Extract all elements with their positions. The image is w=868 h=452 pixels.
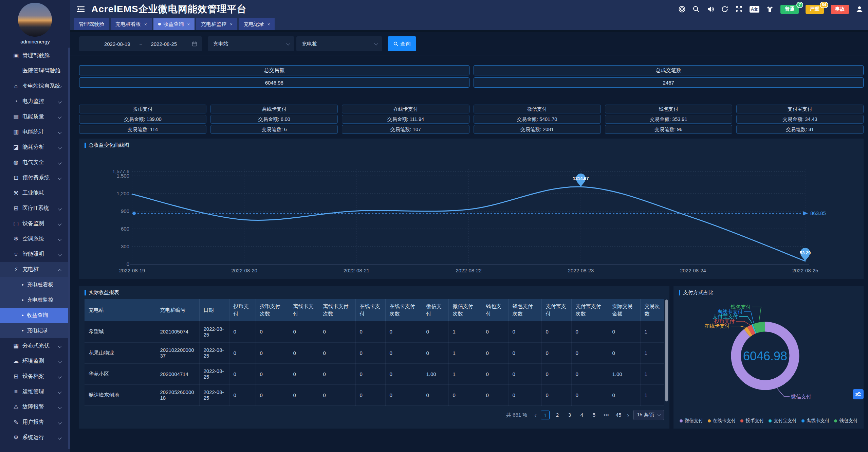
- table-scrollbar[interactable]: [665, 300, 668, 408]
- sidebar-item-label: 系统运行: [22, 434, 44, 441]
- alarm-badge-普通[interactable]: 普通7: [780, 5, 799, 14]
- column-header: 微信支付: [422, 299, 448, 321]
- legend-item-投币支付[interactable]: 投币支付: [740, 418, 764, 424]
- chevron-down-icon: [658, 413, 661, 416]
- revenue-line-chart-panel: 03006009001,2001,5001,577.62022-08-19202…: [79, 139, 864, 279]
- donut-center-value: 6046.98: [743, 349, 787, 363]
- sidebar-item-系统运行[interactable]: ⚙系统运行: [0, 430, 68, 445]
- page-size-select[interactable]: 15 条/页: [633, 410, 664, 420]
- column-header: 支付宝支付次数: [571, 299, 608, 321]
- pile-select[interactable]: 充电桩: [296, 36, 382, 51]
- tab-充电记录[interactable]: 充电记录×: [239, 18, 275, 30]
- avatar[interactable]: [18, 3, 52, 37]
- table-cell: 0: [385, 321, 422, 342]
- sidebar-item-分布式光伏[interactable]: ▦分布式光伏: [0, 338, 68, 354]
- sidebar-item-电能统计[interactable]: ▥电能统计: [0, 124, 68, 140]
- sidebar-subitem-收益查询[interactable]: •收益查询: [0, 308, 68, 323]
- scrollbar-thumb[interactable]: [665, 300, 668, 401]
- chevron-down-icon: [58, 405, 61, 409]
- sidebar-item-充电桩[interactable]: ⚡充电桩: [0, 262, 68, 277]
- sidebar-item-预付费系统[interactable]: ⊡预付费系统: [0, 170, 68, 185]
- pagination-prev[interactable]: ‹: [534, 411, 537, 419]
- tab-充电桩监控[interactable]: 充电桩监控×: [196, 18, 237, 30]
- sidebar-item-运维管理[interactable]: ≡运维管理: [0, 384, 68, 399]
- translate-icon[interactable]: A文: [750, 6, 759, 13]
- sidebar-subitem-充电桩监控[interactable]: •充电桩监控: [0, 292, 68, 308]
- sidebar-item-故障报警[interactable]: ⚠故障报警: [0, 399, 68, 415]
- volume-icon[interactable]: [707, 5, 714, 13]
- fullscreen-icon[interactable]: [735, 5, 743, 13]
- revenue-line-chart[interactable]: 03006009001,2001,5001,577.62022-08-19202…: [79, 139, 864, 279]
- legend-item-钱包支付[interactable]: 钱包支付: [834, 418, 857, 424]
- payment-card-amount: 交易金额: 6.00: [210, 115, 338, 124]
- pagination-page-45[interactable]: 45: [614, 411, 623, 419]
- payment-card-title: 钱包支付: [605, 105, 732, 113]
- sidebar-item-电气安全[interactable]: ◍电气安全: [0, 155, 68, 170]
- tab-充电桩看板[interactable]: 充电桩看板×: [111, 18, 152, 30]
- payment-share-donut-chart[interactable]: 6046.98钱包支付离线卡支付支付宝支付投币支付在线卡支付微信支付: [673, 286, 864, 412]
- pagination-page-3[interactable]: 3: [565, 411, 574, 419]
- sidebar-item-label: 用户报告: [22, 419, 44, 426]
- legend-label: 在线卡支付: [713, 418, 736, 424]
- tab-close-icon[interactable]: ×: [144, 22, 147, 27]
- station-select[interactable]: 充电站: [208, 36, 294, 51]
- sidebar-item-工业能耗[interactable]: ⚒工业能耗: [0, 185, 68, 201]
- hvac-icon: ❄: [12, 235, 20, 242]
- payment-card-count: 交易笔数: 6: [210, 125, 338, 134]
- tab-close-icon[interactable]: ×: [267, 22, 270, 27]
- sidebar-item-管理驾驶舱[interactable]: ▣管理驾驶舱: [0, 48, 68, 63]
- pagination-page-2[interactable]: 2: [553, 411, 562, 419]
- settings-float-button[interactable]: [853, 389, 864, 399]
- search-button[interactable]: 查询: [388, 36, 416, 51]
- sidebar-item-设备档案[interactable]: ⊟设备档案: [0, 369, 68, 384]
- search-icon[interactable]: [692, 5, 700, 13]
- sidebar-item-电力监控[interactable]: ◔电力监控: [0, 94, 68, 109]
- legend-item-离线卡支付[interactable]: 离线卡支付: [801, 418, 830, 424]
- sidebar-item-环境监测[interactable]: ☁环境监测: [0, 354, 68, 369]
- sidebar-item-空调系统[interactable]: ❄空调系统: [0, 231, 68, 247]
- sidebar-item-电能质量[interactable]: ▤电能质量: [0, 109, 68, 124]
- user-icon[interactable]: [856, 5, 863, 13]
- alarm-badge-事故[interactable]: 事故: [831, 5, 849, 14]
- sidebar-item-医疗IT系统[interactable]: ⊞医疗IT系统: [0, 201, 68, 216]
- sidebar-scrollbar[interactable]: [68, 48, 70, 449]
- sidebar-item-用户报告[interactable]: ✎用户报告: [0, 415, 68, 430]
- payment-card-amount: 交易金额: 5401.70: [474, 115, 601, 124]
- svg-text:2022-08-24: 2022-08-24: [680, 268, 706, 273]
- theme-icon[interactable]: [766, 5, 774, 13]
- table-cell: 0: [508, 384, 541, 405]
- payment-card-title: 微信支付: [474, 105, 601, 113]
- sidebar-item-设备监测[interactable]: ▢设备监测: [0, 216, 68, 231]
- refresh-icon[interactable]: [721, 5, 728, 13]
- tab-收益查询[interactable]: 收益查询×: [153, 18, 195, 30]
- tab-管理驾驶舱[interactable]: 管理驾驶舱: [74, 18, 109, 30]
- pie-chart-title: 支付方式占比: [679, 289, 714, 296]
- sidebar-subitem-label: 充电桩监控: [27, 296, 54, 304]
- sidebar-item-智能照明[interactable]: ☼智能照明: [0, 247, 68, 262]
- tab-close-icon[interactable]: ×: [187, 22, 190, 27]
- legend-item-在线卡支付[interactable]: 在线卡支付: [708, 418, 736, 424]
- target-icon[interactable]: [678, 5, 686, 13]
- pagination-page-4[interactable]: 4: [577, 411, 586, 419]
- sidebar-item-医院管理驾驶舱[interactable]: 医院管理驾驶舱: [0, 63, 68, 78]
- sidebar-item-能耗分析[interactable]: ◪能耗分析: [0, 140, 68, 155]
- pagination-page-5[interactable]: 5: [590, 411, 598, 419]
- legend-item-微信支付[interactable]: 微信支付: [680, 418, 703, 424]
- pagination-next[interactable]: ›: [626, 411, 630, 419]
- tab-close-icon[interactable]: ×: [230, 22, 233, 27]
- legend-item-支付宝支付[interactable]: 支付宝支付: [769, 418, 797, 424]
- alarm-badge-严重[interactable]: 严重84: [806, 5, 824, 14]
- date-range-input[interactable]: 2022-08-19 ~ 2022-08-25: [79, 36, 202, 51]
- title-accent-bar: [85, 143, 86, 148]
- table-row: 希望城20210050742022-08-2500000001000001: [85, 321, 664, 342]
- menu-fold-icon[interactable]: [76, 5, 85, 14]
- device-monitor-icon: ▢: [12, 220, 20, 227]
- sidebar-item-变电站综自系统[interactable]: ⌂变电站综自系统: [0, 78, 68, 94]
- sidebar-subitem-充电记录[interactable]: •充电记录: [0, 323, 68, 338]
- table-cell: 1.00: [608, 363, 640, 384]
- sidebar-item-label: 智能照明: [22, 251, 44, 258]
- table-row: 畅达峰东侧地202205260000182022-08-250000000000…: [85, 384, 664, 405]
- sidebar-subitem-充电桩看板[interactable]: •充电桩看板: [0, 277, 68, 292]
- pagination-page-1[interactable]: 1: [541, 411, 550, 419]
- tab-label: 收益查询: [164, 21, 184, 28]
